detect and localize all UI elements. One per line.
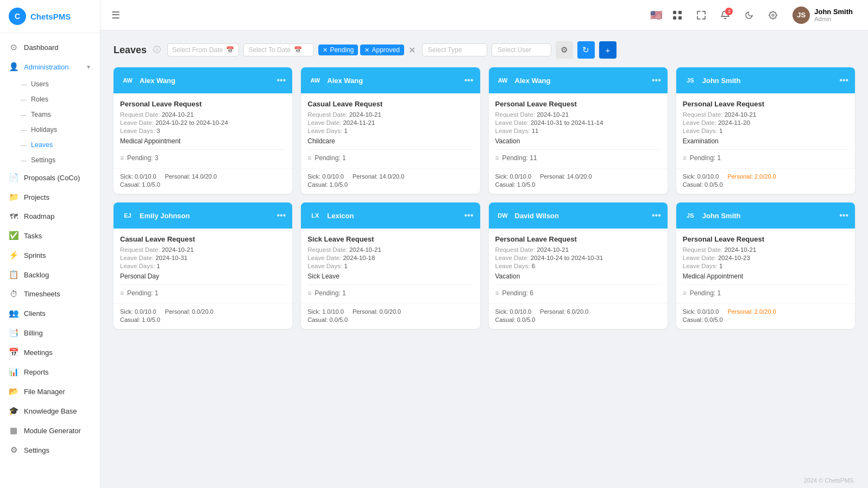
clear-filters-button[interactable]: ✕ <box>406 45 418 55</box>
card-more-button[interactable]: ••• <box>464 211 474 220</box>
administration-icon: 👤 <box>9 62 18 72</box>
sidebar-item-backlog[interactable]: 📋 Backlog <box>0 265 100 284</box>
select-type-dropdown[interactable]: Select Type <box>422 43 487 56</box>
sidebar-item-label: Knowledge Base <box>24 407 77 415</box>
timesheets-icon: ⏱ <box>9 289 18 299</box>
quota-row-2: Casual: 0.0/5.0 <box>683 181 848 188</box>
sidebar-item-clients[interactable]: 👥 Clients <box>0 303 100 323</box>
tag-close-x[interactable]: ✕ <box>323 47 328 54</box>
sidebar-item-projects[interactable]: 📁 Projects <box>0 187 100 207</box>
list-icon: ≡ <box>683 289 687 297</box>
sidebar-item-teams[interactable]: Teams <box>0 107 100 122</box>
personal-quota: Personal: 14.0/20.0 <box>540 173 592 180</box>
settings-filter-button[interactable]: ⚙ <box>556 41 573 59</box>
filter-tags: ✕ Pending ✕ Approved ✕ <box>318 45 417 55</box>
backlog-icon: 📋 <box>9 270 18 280</box>
sidebar-item-dashboard[interactable]: ⊙ Dashboard <box>0 37 100 57</box>
pending-label: Pending: 1 <box>315 289 345 297</box>
pending-label: Pending: 1 <box>690 154 721 162</box>
casual-val: Casual: 1.0/5.0 <box>307 181 348 188</box>
leave-reason: Medical Appointment <box>683 272 848 280</box>
quota-row-2: Casual: 0.0/5.0 <box>495 316 661 323</box>
sidebar-item-tasks[interactable]: ✅ Tasks <box>0 226 100 245</box>
sidebar-logo[interactable]: C ChetsPMS <box>0 0 100 33</box>
card-more-button[interactable]: ••• <box>839 75 848 85</box>
card-body: Casual Leave Request Request Date: 2024-… <box>114 229 292 303</box>
personal-val: Personal: 14.0/20.0 <box>165 173 217 180</box>
language-flag[interactable]: 🇺🇸 <box>650 9 662 21</box>
select-from-date-input[interactable]: Select From Date 📅 <box>167 43 239 56</box>
tag-close-x[interactable]: ✕ <box>364 47 369 54</box>
sidebar-item-meetings[interactable]: 📅 Meetings <box>0 343 100 362</box>
sidebar-item-label: Administration <box>24 63 68 71</box>
menu-toggle-button[interactable]: ☰ <box>111 9 120 21</box>
list-icon: ≡ <box>120 154 124 162</box>
leave-reason: Examination <box>683 137 848 145</box>
sidebar-item-timesheets[interactable]: ⏱ Timesheets <box>0 284 100 303</box>
dark-mode-button[interactable] <box>740 7 758 24</box>
sidebar-item-module-generator[interactable]: ▦ Module Generator <box>0 421 100 440</box>
sidebar-item-holidays[interactable]: Holidays <box>0 122 100 137</box>
refresh-button[interactable]: ↻ <box>577 41 595 59</box>
leave-date-field: Leave Date: 2024-10-23 <box>683 255 848 261</box>
card-footer: Sick: 0.0/10.0 Personal: 14.0/20.0 Casua… <box>489 168 668 194</box>
card-more-button[interactable]: ••• <box>839 211 848 220</box>
sidebar-item-users[interactable]: Users <box>0 77 100 92</box>
billing-icon: 📑 <box>9 328 18 338</box>
sidebar-item-reports[interactable]: 📊 Reports <box>0 362 100 382</box>
svg-rect-3 <box>678 16 682 20</box>
select-user-dropdown[interactable]: Select User <box>492 43 551 56</box>
expand-button[interactable] <box>693 7 710 24</box>
knowledge-base-icon: 🎓 <box>9 406 18 416</box>
notifications-button[interactable]: 3 <box>716 7 734 24</box>
personal-val: Personal: 0.0/20.0 <box>353 308 401 315</box>
card-more-button[interactable]: ••• <box>464 75 474 85</box>
card-avatar: JS <box>683 73 698 88</box>
sidebar-item-billing[interactable]: 📑 Billing <box>0 323 100 343</box>
casual-val: Casual: 0.0/5.0 <box>307 316 348 323</box>
sidebar-item-label: Roadmap <box>24 212 54 220</box>
sidebar-item-roles[interactable]: Roles <box>0 92 100 107</box>
card-header: DW David Wilson ••• <box>489 202 668 229</box>
pending-count: ≡ Pending: 1 <box>307 289 473 297</box>
sidebar-item-settings-admin[interactable]: Settings <box>0 153 100 168</box>
pending-count: ≡ Pending: 1 <box>120 289 286 297</box>
card-more-button[interactable]: ••• <box>276 211 286 220</box>
settings-button[interactable] <box>764 7 782 24</box>
sidebar-item-settings[interactable]: ⚙ Settings <box>0 440 100 460</box>
approved-filter-tag[interactable]: ✕ Approved <box>360 45 404 55</box>
user-profile[interactable]: JS John Smith Admin <box>788 4 857 26</box>
sidebar-item-leaves[interactable]: Leaves <box>0 137 100 153</box>
sick-val: Sick: 0.0/10.0 <box>683 308 719 315</box>
leave-days-field: Leave Days: 1 <box>683 263 848 269</box>
user-avatar: JS <box>792 7 810 24</box>
leave-card: LX Lexicon ••• Sick Leave Request Reques… <box>301 202 480 329</box>
pending-count: ≡ Pending: 1 <box>683 289 848 297</box>
add-leave-button[interactable]: + <box>599 41 617 59</box>
casual-val: Casual: 0.0/5.0 <box>683 181 723 188</box>
grid-view-button[interactable] <box>669 7 686 24</box>
sick-quota: Sick: 0.0/10.0 <box>120 173 156 180</box>
quota-row-1: Sick: 0.0/10.0 Personal: 14.0/20.0 <box>307 173 473 180</box>
select-to-date-input[interactable]: Select To Date 📅 <box>243 43 314 56</box>
pending-filter-tag[interactable]: ✕ Pending <box>318 45 358 55</box>
card-footer: Sick: 0.0/10.0 Personal: 14.0/20.0 Casua… <box>301 168 480 194</box>
quota-row-2: Casual: 0.0/5.0 <box>683 316 848 323</box>
sidebar-item-file-manager[interactable]: 📂 File Manager <box>0 382 100 401</box>
sidebar-item-administration[interactable]: 👤 Administration ▼ <box>0 57 100 77</box>
leave-date-field: Leave Date: 2024-11-20 <box>683 119 848 126</box>
sidebar-item-roadmap[interactable]: 🗺 Roadmap <box>0 207 100 226</box>
leave-days-field: Leave Days: 1 <box>307 128 473 134</box>
casual-val: Casual: 0.0/5.0 <box>495 316 536 323</box>
card-more-button[interactable]: ••• <box>652 211 661 220</box>
quota-row-2: Casual: 1.0/5.0 <box>495 181 661 188</box>
logo-icon: C <box>9 8 26 25</box>
card-more-button[interactable]: ••• <box>276 75 286 85</box>
sidebar-item-knowledge-base[interactable]: 🎓 Knowledge Base <box>0 401 100 421</box>
card-more-button[interactable]: ••• <box>652 75 661 85</box>
leave-days-field: Leave Days: 11 <box>495 128 661 134</box>
sidebar-item-proposals[interactable]: 📄 Proposals (CoCo) <box>0 168 100 187</box>
sidebar-item-sprints[interactable]: ⚡ Sprints <box>0 245 100 265</box>
leave-type: Sick Leave Request <box>307 235 473 243</box>
info-icon[interactable]: ⓘ <box>153 45 161 55</box>
